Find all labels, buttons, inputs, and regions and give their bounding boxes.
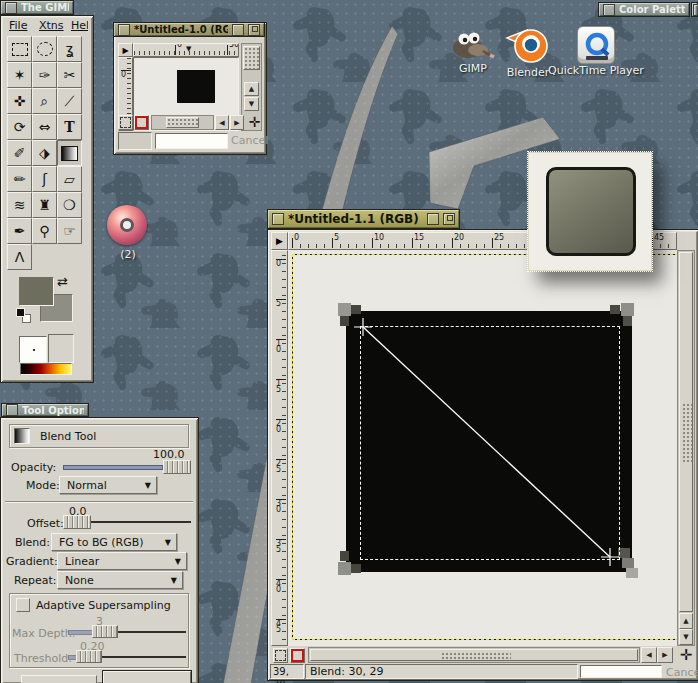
tool-zoom[interactable]: ⌕ [32, 88, 57, 114]
window-menu-button[interactable] [272, 213, 284, 225]
v-scrollbar-thumb[interactable] [243, 46, 260, 70]
tool-fuzzy-select[interactable]: ✶ [7, 62, 32, 88]
threshold-slider-thumb[interactable] [76, 650, 102, 663]
window-menu-button[interactable] [6, 404, 18, 416]
tool-clone[interactable]: ♜ [32, 192, 57, 218]
max-depth-slider-thumb[interactable] [92, 625, 118, 638]
tool-smudge[interactable]: ☞ [57, 218, 82, 244]
tool-flip[interactable]: ⇔ [32, 114, 57, 140]
blender-icon-label[interactable]: Blender [507, 66, 550, 79]
navigation-button[interactable]: ✛ [677, 646, 695, 664]
tool-dodge-burn[interactable]: ⚲ [32, 218, 57, 244]
repeat-dropdown[interactable]: None ▼ [57, 571, 183, 589]
tool-bezier-select[interactable]: ✑ [32, 62, 57, 88]
tool-rectangle-select[interactable] [7, 36, 32, 62]
scroll-right-button[interactable]: ▶ [657, 647, 673, 663]
mode-dropdown[interactable]: Normal ▼ [59, 476, 157, 494]
pattern-preview[interactable] [48, 334, 74, 363]
tool-move[interactable]: ✜ [7, 88, 32, 114]
tool-text[interactable]: T [57, 114, 82, 140]
tool-ellipse-select[interactable] [32, 36, 57, 62]
default-colors-icon[interactable] [16, 308, 25, 317]
gimp-desktop-icon[interactable] [450, 26, 496, 66]
scroll-up-button[interactable]: ▲ [679, 613, 693, 629]
gimp-icon-label[interactable]: GIMP [459, 62, 487, 75]
tool-measure[interactable]: Λ [7, 244, 32, 270]
color-preview-popup[interactable] [528, 152, 652, 271]
quickmask-toggle-button[interactable] [134, 115, 149, 130]
foreground-color-swatch[interactable] [19, 277, 54, 306]
h-scrollbar-thumb[interactable] [166, 117, 199, 128]
tool-color-picker[interactable]: ✐ [7, 140, 32, 166]
gimp-toolbox-titlebar[interactable]: The GIMP [0, 0, 74, 15]
h-ruler-1-0[interactable]: 0 50 ▼ [133, 43, 239, 57]
swap-colors-icon[interactable]: ⇄ [57, 274, 68, 289]
h-scrollbar-thumb[interactable] [310, 649, 638, 661]
window-menu-button[interactable] [118, 24, 130, 36]
maximize-button[interactable] [443, 213, 455, 225]
selection-toggle-button[interactable] [118, 115, 133, 130]
close-button[interactable] [103, 671, 191, 683]
tool-scissors[interactable]: ✂ [57, 62, 82, 88]
scroll-up-button[interactable]: ▲ [244, 82, 259, 96]
tool-crop[interactable]: ⟋ [57, 88, 82, 114]
color-palette-titlebar[interactable]: Color Palette [598, 2, 690, 17]
opacity-slider-thumb[interactable] [163, 460, 191, 474]
h-scrollbar-1-0[interactable] [151, 115, 214, 130]
cd-icon-label[interactable]: (2) [120, 248, 136, 261]
minimize-button[interactable] [232, 24, 244, 36]
adaptive-supersampling-checkbox[interactable] [16, 598, 30, 612]
cancel-button-1-0[interactable]: Cancel [231, 134, 268, 147]
offscreen-window-titlebar[interactable] [691, 2, 698, 17]
threshold-slider[interactable] [68, 650, 186, 663]
scroll-left-button[interactable]: ◀ [215, 115, 229, 130]
tool-eraser[interactable]: ▱ [57, 166, 82, 192]
cd-desktop-icon[interactable] [107, 205, 147, 245]
selection-toggle-button[interactable] [273, 648, 288, 663]
offset-slider[interactable] [63, 515, 191, 529]
tool-transform[interactable]: ⟳ [7, 114, 32, 140]
v-ruler-1-1[interactable]: 051 01 52 02 53 03 54 04 5 [271, 250, 288, 646]
canvas-1-1[interactable] [288, 250, 677, 646]
window-menu-button[interactable] [5, 2, 17, 14]
untitled-1-0-titlebar[interactable]: *Untitled-1.0 (RGB) 1 [113, 22, 265, 37]
quicktime-icon-label[interactable]: QuickTime Player [548, 64, 644, 77]
blender-desktop-icon[interactable] [503, 22, 551, 66]
tool-free-select[interactable]: ʓ [57, 36, 82, 62]
window-menu-button[interactable] [693, 4, 698, 16]
gradient-dropdown[interactable]: Linear ▼ [57, 552, 187, 570]
untitled-1-1-titlebar[interactable]: *Untitled-1.1 (RGB) 800% [267, 209, 460, 229]
tool-paintbrush[interactable]: ʃ [32, 166, 57, 192]
tool-airbrush[interactable]: ≋ [7, 192, 32, 218]
tool-options-titlebar[interactable]: Tool Options [1, 403, 89, 417]
minimize-button[interactable] [427, 213, 439, 225]
quicktime-desktop-icon[interactable] [577, 26, 615, 64]
navigation-button[interactable]: ✛ [246, 113, 263, 130]
v-scrollbar-thumb[interactable] [679, 252, 693, 612]
ruler-origin-button[interactable]: ▶ [271, 232, 288, 250]
menu-help[interactable]: Help [71, 19, 88, 32]
offset-slider-thumb[interactable] [63, 515, 91, 529]
menu-file[interactable]: File [9, 19, 27, 32]
tool-ink[interactable]: ✒ [7, 218, 32, 244]
gradient-preview[interactable] [20, 363, 72, 375]
tool-convolve[interactable]: ❍ [57, 192, 82, 218]
scroll-left-button[interactable]: ◀ [641, 647, 657, 663]
scroll-right-button[interactable]: ▶ [230, 115, 244, 130]
scroll-down-button[interactable]: ▼ [244, 97, 259, 111]
window-menu-button[interactable] [603, 4, 615, 16]
tool-pencil[interactable]: ✏ [7, 166, 32, 192]
scroll-down-button[interactable]: ▼ [679, 629, 693, 645]
tool-bucket-fill[interactable]: ⬗ [32, 140, 57, 166]
h-scrollbar-1-1[interactable] [308, 647, 640, 663]
menu-xtns[interactable]: Xtns [39, 19, 64, 32]
quickmask-toggle-button[interactable] [290, 648, 305, 663]
reset-button[interactable] [21, 675, 97, 683]
blend-dropdown[interactable]: FG to BG (RGB) ▼ [51, 533, 177, 551]
tool-blend[interactable] [57, 140, 82, 166]
v-scrollbar-1-1[interactable]: ▲ ▼ [677, 250, 695, 646]
ruler-origin-button[interactable]: ▶ [118, 43, 133, 57]
brush-preview[interactable] [19, 336, 47, 363]
maximize-button[interactable] [248, 24, 260, 36]
opacity-slider[interactable] [63, 460, 191, 474]
